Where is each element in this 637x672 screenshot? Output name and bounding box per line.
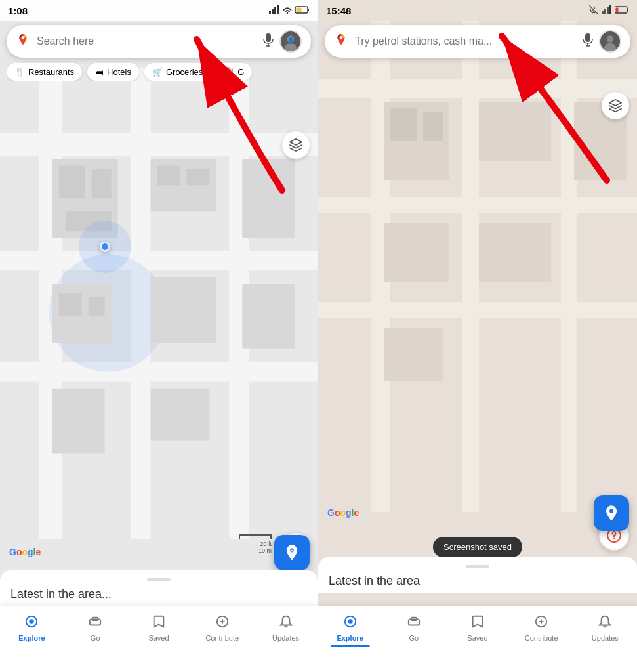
time-left: 1:08: [8, 5, 28, 16]
mic-icon-left[interactable]: [262, 33, 274, 51]
bottom-sheet-left: Latest in the area...: [0, 570, 318, 606]
svg-rect-47: [602, 10, 604, 14]
svg-rect-20: [186, 169, 209, 185]
svg-rect-49: [607, 7, 609, 14]
avatar-left[interactable]: 👤: [279, 30, 302, 52]
svg-point-79: [348, 619, 352, 623]
svg-rect-5: [308, 9, 309, 11]
go-icon-left: [88, 614, 102, 632]
svg-rect-65: [384, 223, 449, 282]
svg-rect-25: [151, 277, 216, 343]
avatar-right[interactable]: [599, 30, 621, 52]
svg-rect-64: [479, 102, 551, 161]
svg-rect-16: [92, 169, 112, 198]
signal-icon-right: [602, 5, 612, 16]
svg-rect-63: [423, 112, 443, 141]
svg-rect-53: [616, 8, 619, 12]
svg-point-77: [613, 538, 615, 539]
svg-rect-59: [462, 0, 479, 512]
status-bar-right: 15:48: [318, 0, 637, 21]
status-icons-right: [588, 5, 629, 16]
search-bar-left[interactable]: 👤: [7, 25, 311, 58]
updates-icon-right: [598, 614, 612, 632]
tab-contribute-left[interactable]: Contribute: [203, 614, 242, 642]
tab-saved-right[interactable]: Saved: [458, 614, 497, 642]
svg-rect-15: [59, 165, 85, 198]
search-input-right[interactable]: [355, 35, 577, 47]
nav-fab-right[interactable]: [594, 495, 629, 531]
maps-pin-icon-left: [16, 34, 30, 49]
tab-saved-left[interactable]: Saved: [139, 614, 178, 642]
tab-go-left[interactable]: Go: [75, 614, 115, 642]
bottom-bar-right: Explore Go Saved Contribute Updates: [318, 606, 637, 672]
sheet-handle-left: [147, 578, 171, 581]
toast-screenshot: Screenshot saved: [433, 537, 522, 557]
restaurants-icon: 🍴: [14, 67, 25, 77]
layer-button-right[interactable]: [602, 92, 629, 119]
layer-button-left[interactable]: [282, 131, 310, 159]
tab-updates-right[interactable]: Updates: [585, 614, 625, 642]
phone-right: 15:48: [318, 0, 637, 672]
svg-rect-27: [151, 388, 210, 441]
tab-explore-left[interactable]: Explore: [12, 614, 51, 642]
chip-restaurants[interactable]: 🍴 Restaurants: [7, 63, 82, 81]
google-logo-left: Google: [9, 547, 41, 557]
tab-contribute-right[interactable]: Contribute: [522, 614, 561, 642]
svg-rect-31: [266, 33, 271, 42]
svg-rect-62: [390, 108, 417, 141]
status-icons-left: [269, 5, 310, 16]
sheet-title-right: Latest in the area: [329, 574, 627, 588]
svg-rect-6: [297, 8, 302, 12]
search-bar-right[interactable]: [325, 25, 630, 58]
search-input-left[interactable]: [37, 35, 257, 47]
active-underline-right: [331, 645, 370, 647]
svg-rect-50: [609, 5, 611, 14]
nav-fab-left[interactable]: [274, 535, 310, 570]
tab-updates-left[interactable]: Updates: [266, 614, 306, 642]
scale-indicator-left: 20 ft 10 m: [239, 534, 272, 554]
svg-rect-28: [242, 159, 295, 238]
contribute-icon-right: [534, 614, 548, 632]
google-logo-right: Google: [327, 507, 359, 518]
svg-rect-1: [272, 9, 274, 14]
location-dot-left: [100, 242, 110, 252]
svg-rect-19: [157, 165, 180, 185]
svg-point-74: [607, 35, 614, 43]
updates-icon-left: [279, 614, 293, 632]
battery-icon-right: [615, 6, 629, 15]
svg-rect-66: [479, 223, 551, 282]
sheet-title-left: Latest in the area...: [10, 587, 307, 601]
bottom-sheet-right: Latest in the area: [318, 557, 637, 593]
saved-icon-right: [470, 614, 485, 632]
chip-groceries[interactable]: 🛒 Groceries: [144, 63, 211, 81]
tab-explore-right[interactable]: Explore: [331, 614, 370, 647]
sheet-handle-right: [466, 565, 489, 568]
status-bar-left: 1:08: [0, 0, 318, 21]
saved-icon-left: [152, 614, 166, 632]
svg-rect-2: [274, 7, 276, 14]
map-area-right: [318, 0, 637, 593]
svg-rect-24: [89, 297, 105, 316]
explore-icon-right: [343, 614, 358, 632]
svg-point-30: [22, 36, 25, 39]
svg-rect-60: [561, 0, 577, 512]
svg-point-39: [30, 619, 34, 623]
phone-left: 1:08: [0, 0, 318, 672]
tab-go-right[interactable]: Go: [394, 614, 434, 642]
contribute-icon-left: [215, 614, 230, 632]
map-area-left: [0, 0, 318, 606]
category-chips-left: 🍴 Restaurants 🛏 Hotels 🛒 Groceries ⛽ G: [7, 63, 311, 81]
mic-icon-right[interactable]: [582, 33, 594, 51]
signal-icon-left: [269, 5, 279, 16]
svg-rect-48: [604, 9, 606, 14]
chip-hotels[interactable]: 🛏 Hotels: [87, 63, 139, 81]
chip-gas[interactable]: ⛽ G: [216, 63, 252, 81]
svg-rect-68: [384, 328, 443, 381]
explore-icon-left: [24, 614, 39, 632]
battery-icon-left: [295, 6, 310, 15]
time-right: 15:48: [326, 5, 351, 16]
svg-rect-29: [242, 284, 295, 349]
go-icon-right: [407, 614, 421, 632]
svg-rect-26: [52, 388, 105, 454]
bottom-bar-left: Explore Go Saved Contribute Updates: [0, 606, 318, 672]
